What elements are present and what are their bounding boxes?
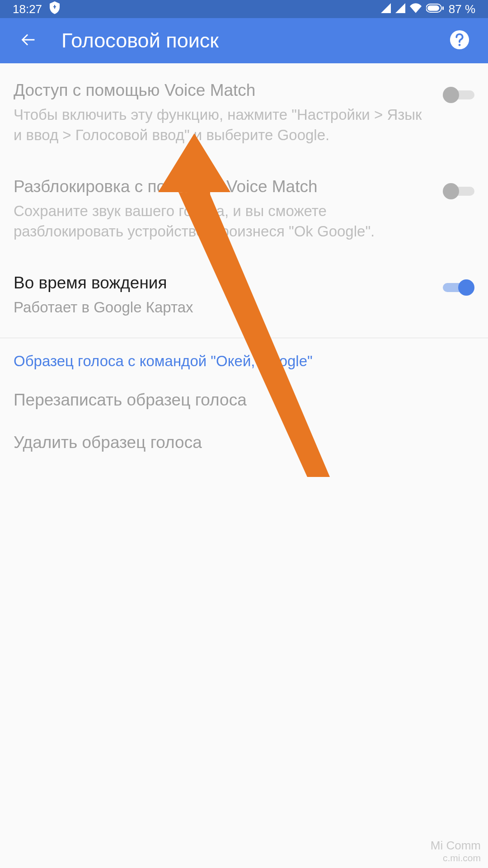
- watermark: Mi Comm c.mi.com: [431, 839, 481, 863]
- signal-icon-1: [381, 2, 391, 16]
- setting-title: Во время вождения: [14, 272, 434, 294]
- setting-voice-match-access[interactable]: Доступ с помощью Voice Match Чтобы включ…: [0, 63, 488, 160]
- status-time: 18:27: [13, 2, 42, 16]
- svg-rect-1: [427, 5, 439, 11]
- status-right: 87 %: [381, 2, 475, 16]
- setting-desc: Сохраните звук вашего голоса, и вы сможе…: [14, 201, 434, 241]
- svg-rect-2: [442, 6, 444, 10]
- toggle-voice-match-unlock: [443, 182, 474, 200]
- battery-icon: [426, 2, 444, 16]
- watermark-text: Mi Comm: [431, 839, 481, 853]
- page-title: Голосовой поиск: [61, 29, 449, 52]
- shield-icon: [49, 1, 60, 17]
- setting-title: Разблокировка с помощью Voice Match: [14, 176, 434, 198]
- help-button[interactable]: [449, 29, 470, 52]
- setting-voice-match-unlock[interactable]: Разблокировка с помощью Voice Match Сохр…: [0, 160, 488, 256]
- settings-content: Доступ с помощью Voice Match Чтобы включ…: [0, 63, 488, 464]
- toggle-while-driving[interactable]: [443, 278, 474, 297]
- setting-text: Доступ с помощью Voice Match Чтобы включ…: [14, 80, 434, 145]
- svg-point-4: [459, 44, 461, 46]
- setting-text: Разблокировка с помощью Voice Match Сохр…: [14, 176, 434, 241]
- signal-icon-2: [395, 2, 405, 16]
- list-item-delete[interactable]: Удалить образец голоса: [0, 421, 488, 464]
- section-header-voice-sample: Образец голоса с командой "Окей, Google": [0, 338, 488, 379]
- setting-while-driving[interactable]: Во время вождения Работает в Google Карт…: [0, 256, 488, 332]
- toggle-voice-match-access: [443, 86, 474, 104]
- back-button[interactable]: [18, 29, 39, 52]
- app-bar: Голосовой поиск: [0, 18, 488, 63]
- setting-title: Доступ с помощью Voice Match: [14, 80, 434, 101]
- list-item-rerecord[interactable]: Перезаписать образец голоса: [0, 379, 488, 421]
- setting-text: Во время вождения Работает в Google Карт…: [14, 272, 434, 318]
- wifi-icon: [410, 2, 422, 16]
- setting-desc: Работает в Google Картах: [14, 297, 434, 318]
- watermark-sub: c.mi.com: [431, 853, 481, 863]
- battery-text: 87 %: [449, 2, 475, 16]
- status-left: 18:27: [13, 1, 60, 17]
- setting-desc: Чтобы включить эту функцию, нажмите "Нас…: [14, 105, 434, 145]
- status-bar: 18:27 87 %: [0, 0, 488, 18]
